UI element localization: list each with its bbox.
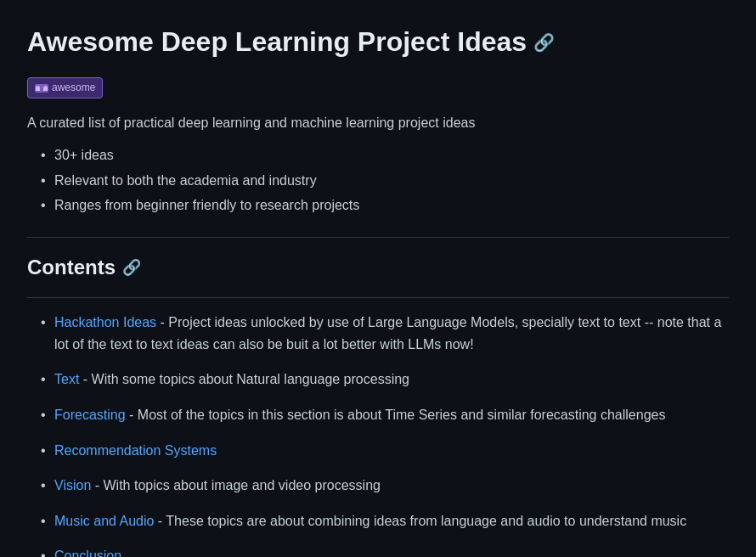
forecasting-link[interactable]: Forecasting bbox=[54, 408, 126, 422]
vision-description: - With topics about image and video proc… bbox=[91, 478, 381, 492]
contents-item-text: Text - With some topics about Natural la… bbox=[41, 369, 729, 391]
contents-item-hackathon: Hackathon Ideas - Project ideas unlocked… bbox=[41, 312, 729, 355]
awesome-badge: awesome bbox=[27, 77, 103, 98]
contents-list: Hackathon Ideas - Project ideas unlocked… bbox=[27, 312, 729, 557]
recommendation-systems-link[interactable]: Recommendation Systems bbox=[54, 443, 217, 458]
hackathon-ideas-link[interactable]: Hackathon Ideas bbox=[54, 315, 156, 329]
music-description: - These topics are about combining ideas… bbox=[154, 514, 686, 528]
page-description: A curated list of practical deep learnin… bbox=[27, 112, 729, 134]
feature-item-1: 30+ ideas bbox=[41, 144, 729, 166]
badge-label: awesome bbox=[52, 80, 95, 96]
feature-list: 30+ ideas Relevant to both the academia … bbox=[27, 144, 729, 217]
badge-container: awesome bbox=[27, 77, 729, 98]
contents-title: Contents 🔗 bbox=[27, 251, 729, 298]
contents-item-recommendation: Recommendation Systems bbox=[41, 440, 729, 462]
vision-link[interactable]: Vision bbox=[54, 478, 91, 492]
contents-link-icon[interactable]: 🔗 bbox=[122, 256, 141, 280]
forecasting-description: - Most of the topics in this section is … bbox=[126, 408, 666, 422]
music-audio-link[interactable]: Music and Audio bbox=[54, 514, 154, 528]
text-description: - With some topics about Natural languag… bbox=[79, 372, 409, 386]
contents-item-forecasting: Forecasting - Most of the topics in this… bbox=[41, 404, 729, 426]
title-section: Awesome Deep Learning Project Ideas 🔗 aw… bbox=[27, 20, 729, 238]
badge-glasses-icon bbox=[35, 84, 48, 93]
page-title: Awesome Deep Learning Project Ideas 🔗 bbox=[27, 20, 729, 64]
contents-item-conclusion: Conclusion bbox=[41, 545, 729, 557]
text-link[interactable]: Text bbox=[54, 372, 79, 386]
title-link-icon[interactable]: 🔗 bbox=[533, 29, 555, 56]
contents-section: Contents 🔗 Hackathon Ideas - Project ide… bbox=[27, 251, 729, 557]
conclusion-link[interactable]: Conclusion bbox=[54, 549, 121, 557]
contents-title-text: Contents bbox=[27, 251, 116, 284]
contents-item-vision: Vision - With topics about image and vid… bbox=[41, 475, 729, 497]
feature-item-3: Ranges from beginner friendly to researc… bbox=[41, 194, 729, 217]
contents-item-music: Music and Audio - These topics are about… bbox=[41, 510, 729, 532]
page-container: Awesome Deep Learning Project Ideas 🔗 aw… bbox=[27, 20, 729, 557]
title-text: Awesome Deep Learning Project Ideas bbox=[27, 20, 527, 64]
feature-item-2: Relevant to both the academia and indust… bbox=[41, 170, 729, 192]
